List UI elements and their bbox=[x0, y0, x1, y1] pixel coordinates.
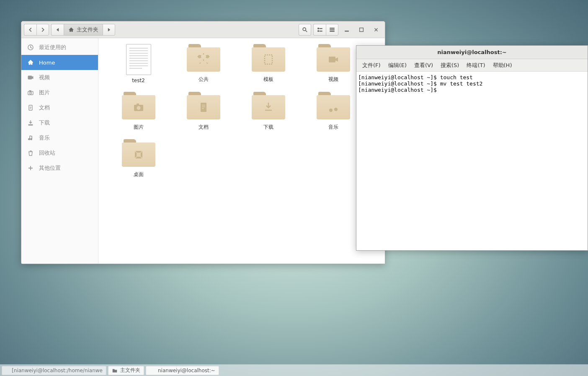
path-label: 主文件夹 bbox=[77, 26, 98, 34]
path-segment-home[interactable]: 主文件夹 bbox=[64, 24, 103, 36]
item-name: 模板 bbox=[263, 76, 273, 83]
clock-icon bbox=[27, 44, 34, 51]
svg-rect-7 bbox=[330, 31, 335, 31]
item-name: 公共 bbox=[199, 76, 209, 83]
file-grid: test2 公共 模板 视频 图片 文档 下载 音乐 bbox=[106, 44, 377, 178]
file-manager-toolbar: 主文件夹 bbox=[21, 21, 385, 38]
taskbar-button[interactable]: [nianweiyi@localhost:/home/nianwe bbox=[2, 366, 106, 375]
folder-icon bbox=[122, 139, 155, 169]
video-icon bbox=[327, 53, 340, 66]
file-manager-window: 主文件夹 最近使用的Home视频图片文档下载 bbox=[21, 21, 385, 264]
sidebar: 最近使用的Home视频图片文档下载音乐回收站其他位置 bbox=[21, 38, 98, 264]
sidebar-item-label: 文档 bbox=[39, 104, 50, 112]
view-list-button[interactable] bbox=[313, 24, 326, 36]
sidebar-item-clock[interactable]: 最近使用的 bbox=[21, 40, 98, 55]
path-back-button[interactable] bbox=[51, 24, 64, 36]
window-close-button[interactable] bbox=[370, 24, 382, 36]
sidebar-item-label: 其他位置 bbox=[39, 164, 61, 172]
taskbar-button[interactable]: nianweiyi@localhost:~ bbox=[146, 366, 219, 375]
svg-rect-14 bbox=[29, 91, 31, 91]
folder-icon bbox=[187, 44, 220, 73]
item-name: 桌面 bbox=[134, 171, 144, 178]
search-button[interactable] bbox=[299, 24, 311, 36]
window-minimize-button[interactable] bbox=[340, 24, 353, 36]
path-group: 主文件夹 bbox=[51, 24, 115, 36]
sidebar-item-doc[interactable]: 文档 bbox=[21, 100, 98, 115]
sidebar-item-plus[interactable]: 其他位置 bbox=[21, 161, 98, 176]
folder-item[interactable]: 桌面 bbox=[106, 139, 171, 178]
sidebar-item-music[interactable]: 音乐 bbox=[21, 130, 98, 145]
sidebar-item-label: 回收站 bbox=[39, 149, 55, 157]
folder-item[interactable]: 图片 bbox=[106, 92, 171, 131]
folder-item[interactable]: 下载 bbox=[236, 92, 301, 131]
minimize-icon bbox=[344, 27, 350, 33]
maximize-icon bbox=[358, 27, 364, 33]
sidebar-item-label: Home bbox=[39, 60, 55, 66]
item-name: 图片 bbox=[134, 124, 144, 131]
path-forward-button[interactable] bbox=[103, 24, 115, 36]
item-name: 视频 bbox=[328, 76, 338, 83]
doc-icon bbox=[197, 101, 210, 114]
trash-icon bbox=[27, 150, 34, 156]
svg-rect-6 bbox=[330, 29, 335, 30]
menu-icon bbox=[329, 27, 335, 33]
terminal-body[interactable]: [nianweiyi@localhost ~]$ touch test [nia… bbox=[356, 72, 588, 250]
window-maximize-button[interactable] bbox=[355, 24, 368, 36]
camera-icon bbox=[132, 101, 145, 114]
svg-point-17 bbox=[31, 138, 32, 140]
folder-icon bbox=[317, 92, 350, 121]
item-name: 音乐 bbox=[328, 124, 338, 131]
folder-item[interactable]: 文档 bbox=[171, 92, 236, 131]
back-button[interactable] bbox=[24, 24, 36, 36]
sidebar-item-download[interactable]: 下载 bbox=[21, 115, 98, 130]
svg-point-21 bbox=[137, 106, 140, 110]
file-item[interactable]: test2 bbox=[106, 44, 171, 83]
svg-point-27 bbox=[329, 109, 333, 112]
svg-rect-18 bbox=[265, 55, 272, 64]
sidebar-item-video[interactable]: 视频 bbox=[21, 70, 98, 85]
terminal-menu-item[interactable]: 终端(T) bbox=[463, 60, 488, 70]
term-icon bbox=[150, 368, 155, 373]
sidebar-item-label: 最近使用的 bbox=[39, 44, 66, 51]
view-icon-button[interactable] bbox=[326, 24, 338, 36]
doc-icon bbox=[27, 104, 34, 111]
file-manager-content[interactable]: test2 公共 模板 视频 图片 文档 下载 音乐 bbox=[98, 38, 385, 264]
music-icon bbox=[327, 101, 340, 114]
svg-point-16 bbox=[28, 138, 30, 140]
taskbar: [nianweiyi@localhost:/home/nianwe主文件夹nia… bbox=[0, 364, 588, 376]
home-icon bbox=[68, 27, 74, 33]
template-icon bbox=[262, 53, 275, 66]
sidebar-item-label: 音乐 bbox=[39, 134, 50, 142]
sidebar-item-label: 图片 bbox=[39, 89, 50, 96]
svg-rect-5 bbox=[330, 28, 335, 28]
folder-item[interactable]: 公共 bbox=[171, 44, 236, 83]
terminal-menu-item[interactable]: 搜索(S) bbox=[437, 60, 462, 70]
svg-rect-9 bbox=[360, 28, 364, 31]
camera-icon bbox=[27, 89, 34, 96]
terminal-menu-item[interactable]: 编辑(E) bbox=[385, 60, 410, 70]
video-icon bbox=[27, 74, 34, 81]
document-icon bbox=[126, 44, 151, 75]
terminal-menu-item[interactable]: 查看(V) bbox=[411, 60, 436, 70]
svg-rect-26 bbox=[202, 108, 204, 109]
forward-button[interactable] bbox=[36, 24, 49, 36]
terminal-title: nianweiyi@localhost:~ bbox=[356, 46, 588, 59]
taskbar-button[interactable]: 主文件夹 bbox=[108, 366, 144, 375]
taskbar-label: 主文件夹 bbox=[120, 367, 140, 374]
folder-icon bbox=[317, 44, 350, 73]
terminal-menu-item[interactable]: 文件(F) bbox=[359, 60, 384, 70]
triangle-right-icon bbox=[106, 27, 112, 33]
view-group bbox=[313, 24, 338, 36]
svg-rect-4 bbox=[320, 31, 322, 31]
folder-item[interactable]: 模板 bbox=[236, 44, 301, 83]
terminal-menu-item[interactable]: 帮助(H) bbox=[490, 60, 516, 70]
svg-point-28 bbox=[334, 108, 338, 111]
sidebar-item-home[interactable]: Home bbox=[21, 55, 98, 70]
svg-point-0 bbox=[303, 28, 306, 31]
terminal-menubar: 文件(F)编辑(E)查看(V)搜索(S)终端(T)帮助(H) bbox=[356, 59, 588, 72]
svg-rect-22 bbox=[137, 104, 139, 105]
sidebar-item-trash[interactable]: 回收站 bbox=[21, 145, 98, 161]
chevron-left-icon bbox=[28, 27, 34, 33]
sidebar-item-camera[interactable]: 图片 bbox=[21, 85, 98, 100]
svg-rect-8 bbox=[345, 31, 349, 31]
